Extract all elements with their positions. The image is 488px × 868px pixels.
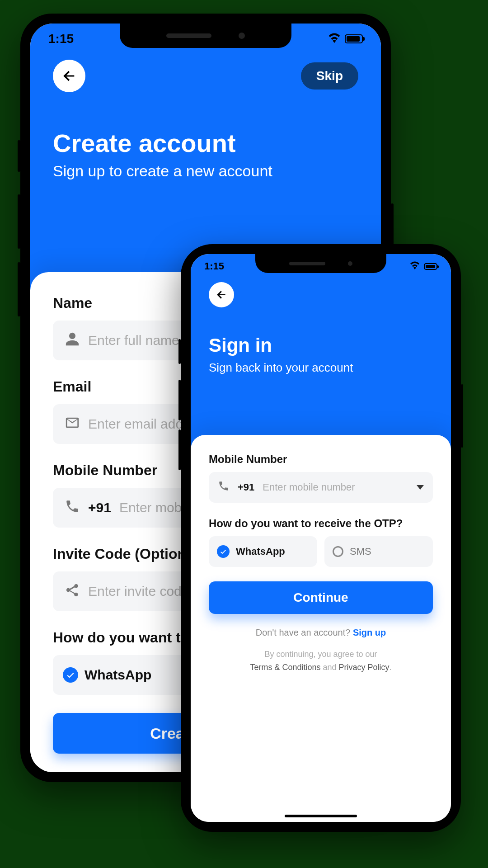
mobile-prefix: +91 bbox=[88, 500, 111, 515]
otp-whatsapp-label: WhatsApp bbox=[84, 667, 151, 683]
phone-side-button bbox=[18, 262, 20, 316]
back-button[interactable] bbox=[209, 282, 234, 307]
check-circle-icon bbox=[217, 545, 230, 558]
phone-side-button bbox=[18, 194, 20, 249]
chevron-down-icon bbox=[417, 485, 424, 490]
otp-sms-label: SMS bbox=[350, 546, 371, 557]
wifi-icon bbox=[328, 32, 341, 46]
home-indicator bbox=[285, 815, 357, 817]
phone-side-button bbox=[178, 429, 181, 470]
phone-icon bbox=[218, 480, 230, 495]
phone-side-button bbox=[18, 140, 20, 172]
mobile-placeholder: Enter mobile number bbox=[263, 481, 408, 493]
phone-icon bbox=[65, 499, 80, 517]
status-bar: 1:15 bbox=[191, 254, 451, 272]
status-time: 1:15 bbox=[48, 32, 74, 46]
share-icon bbox=[65, 582, 80, 601]
arrow-left-icon bbox=[216, 289, 227, 301]
terms-link[interactable]: Terms & Conditions bbox=[250, 663, 320, 672]
signup-prompt: Don't have an account? Sign up bbox=[209, 627, 433, 638]
status-time: 1:15 bbox=[204, 260, 224, 272]
status-bar: 1:15 bbox=[30, 24, 381, 46]
arrow-left-icon bbox=[61, 68, 77, 84]
otp-question: How do you want to receive the OTP? bbox=[209, 517, 433, 530]
phone-frame-small: 1:15 Sign in Sign back into your account… bbox=[181, 244, 461, 832]
page-title: Create account bbox=[53, 128, 358, 158]
check-circle-icon bbox=[63, 667, 78, 683]
page-subtitle: Sign back into your account bbox=[209, 361, 433, 375]
otp-option-whatsapp[interactable]: WhatsApp bbox=[209, 536, 317, 567]
form-card: Mobile Number +91 Enter mobile number Ho… bbox=[191, 435, 451, 822]
skip-button[interactable]: Skip bbox=[301, 62, 358, 90]
legal-text: By continuing, you agree to our Terms & … bbox=[209, 648, 433, 674]
signup-prompt-text: Don't have an account? bbox=[256, 627, 353, 637]
legal-prefix: By continuing, you agree to our bbox=[264, 650, 377, 659]
phone-side-button bbox=[461, 384, 463, 448]
otp-whatsapp-label: WhatsApp bbox=[236, 546, 285, 557]
privacy-link[interactable]: Privacy Policy bbox=[339, 663, 389, 672]
phone-side-button bbox=[178, 339, 181, 364]
page-subtitle: Sign up to create a new account bbox=[53, 162, 358, 180]
radio-circle-icon bbox=[333, 546, 343, 557]
battery-icon bbox=[345, 34, 363, 43]
legal-and: and bbox=[320, 663, 338, 672]
back-button[interactable] bbox=[53, 60, 85, 92]
phone-side-button bbox=[178, 380, 181, 420]
otp-option-sms[interactable]: SMS bbox=[324, 536, 433, 567]
person-icon bbox=[65, 331, 80, 350]
continue-button[interactable]: Continue bbox=[209, 581, 433, 614]
wifi-icon bbox=[409, 260, 420, 272]
battery-icon bbox=[424, 263, 437, 270]
page-title: Sign in bbox=[209, 335, 433, 356]
mail-icon bbox=[65, 415, 80, 434]
mobile-prefix: +91 bbox=[238, 481, 254, 493]
signup-link[interactable]: Sign up bbox=[353, 627, 386, 637]
mobile-input[interactable]: +91 Enter mobile number bbox=[209, 472, 433, 503]
mobile-label: Mobile Number bbox=[209, 453, 433, 466]
header: Sign in Sign back into your account bbox=[191, 254, 451, 448]
